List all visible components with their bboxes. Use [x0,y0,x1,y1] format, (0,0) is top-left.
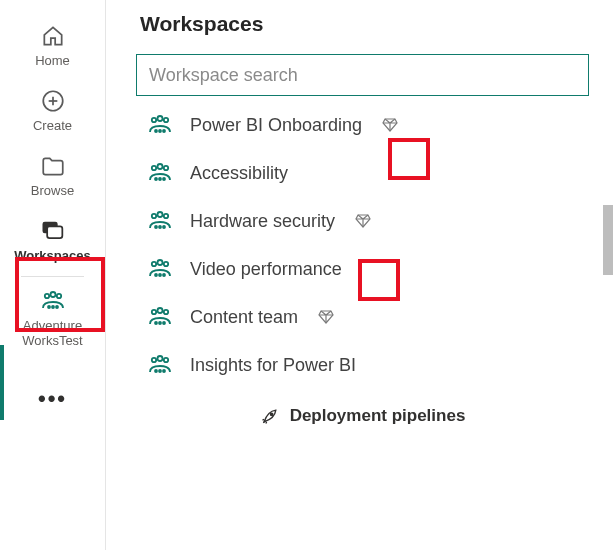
svg-point-36 [158,308,163,313]
home-icon [40,22,66,50]
svg-point-17 [152,166,156,170]
workspaces-panel: Workspaces Power BI Onboarding [106,0,613,550]
workspace-name: Accessibility [190,163,288,184]
svg-point-9 [52,306,54,308]
folder-icon [40,152,66,180]
svg-point-20 [155,178,157,180]
workspace-item[interactable]: Power BI Onboarding [146,114,589,136]
diamond-icon [355,214,371,228]
svg-point-7 [56,294,60,298]
nav-adventure-label: Adventure WorksTest [22,319,82,349]
svg-point-37 [164,310,168,314]
nav-adventure-workstest[interactable]: Adventure WorksTest [0,285,105,359]
svg-point-21 [159,178,161,180]
workspace-item[interactable]: Content team [146,306,589,328]
workspace-name: Video performance [190,259,342,280]
people-icon [146,114,174,136]
rail-divider [21,276,84,277]
svg-point-8 [48,306,50,308]
svg-point-30 [158,260,163,265]
svg-point-24 [158,212,163,217]
svg-point-34 [163,274,165,276]
workspaces-icon [39,217,67,245]
svg-point-46 [163,370,165,372]
svg-point-42 [158,356,163,361]
plus-circle-icon [40,87,66,115]
nav-more[interactable]: ••• [0,377,105,423]
svg-point-27 [159,226,161,228]
svg-point-26 [155,226,157,228]
svg-point-16 [163,130,165,132]
svg-point-28 [163,226,165,228]
svg-point-33 [159,274,161,276]
svg-point-38 [155,322,157,324]
svg-point-47 [270,413,273,416]
svg-point-5 [44,294,48,298]
people-icon [146,258,174,280]
svg-point-12 [158,116,163,121]
people-icon [146,210,174,232]
svg-rect-4 [47,226,62,238]
svg-point-43 [164,358,168,362]
workspace-item[interactable]: Insights for Power BI [146,354,589,376]
workspace-name: Power BI Onboarding [190,115,362,136]
svg-point-13 [164,118,168,122]
panel-title: Workspaces [140,12,589,36]
nav-workspaces-label: Workspaces [14,249,90,264]
people-icon [146,162,174,184]
diamond-icon [318,310,334,324]
nav-active-indicator [0,345,4,420]
svg-point-40 [163,322,165,324]
nav-browse-label: Browse [31,184,74,199]
nav-browse[interactable]: Browse [0,144,105,209]
workspace-list: Power BI Onboarding Accessibility [136,114,589,376]
svg-point-29 [152,262,156,266]
svg-point-22 [163,178,165,180]
scrollbar-thumb[interactable] [603,205,613,275]
svg-point-41 [152,358,156,362]
svg-point-32 [155,274,157,276]
svg-point-19 [164,166,168,170]
svg-point-45 [159,370,161,372]
nav-workspaces[interactable]: Workspaces [0,209,105,274]
svg-point-14 [155,130,157,132]
nav-home-label: Home [35,54,70,69]
deployment-pipelines-label: Deployment pipelines [290,406,466,426]
nav-create[interactable]: Create [0,79,105,144]
workspace-name: Hardware security [190,211,335,232]
people-icon [146,306,174,328]
workspace-item[interactable]: Accessibility [146,162,589,184]
svg-point-35 [152,310,156,314]
workspace-name: Insights for Power BI [190,355,356,376]
people-icon [39,287,67,315]
people-icon [146,354,174,376]
ellipsis-icon: ••• [38,385,67,413]
svg-point-39 [159,322,161,324]
left-nav-rail: Home Create Browse [0,0,106,550]
svg-point-31 [164,262,168,266]
svg-point-11 [152,118,156,122]
workspace-item[interactable]: Video performance [146,258,589,280]
svg-point-10 [56,306,58,308]
rocket-icon [260,406,280,426]
nav-create-label: Create [33,119,72,134]
workspace-item[interactable]: Hardware security [146,210,589,232]
workspace-name: Content team [190,307,298,328]
svg-point-6 [50,292,55,297]
svg-point-44 [155,370,157,372]
workspace-search-input[interactable] [136,54,589,96]
deployment-pipelines-link[interactable]: Deployment pipelines [136,406,589,426]
diamond-icon [382,118,398,132]
svg-point-18 [158,164,163,169]
nav-home[interactable]: Home [0,14,105,79]
svg-point-15 [159,130,161,132]
svg-point-25 [164,214,168,218]
svg-point-23 [152,214,156,218]
